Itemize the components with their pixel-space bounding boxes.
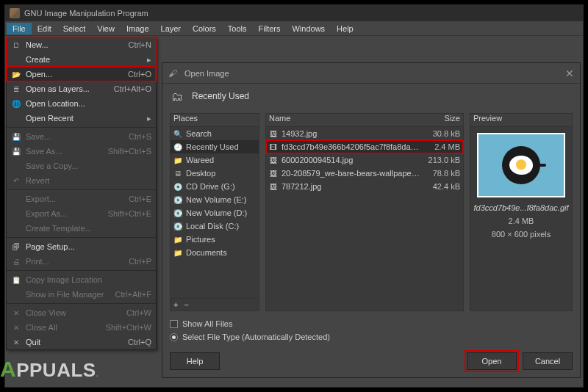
open-image-dialog: 🖌 Open Image ✕ 🗂 Recently Used Places 🔍S… [162,62,581,378]
menu-open[interactable]: 📂Open...Ctrl+O [7,67,156,81]
cancel-button[interactable]: Cancel [523,352,573,370]
places-item[interactable]: 💿CD Drive (G:) [171,180,259,193]
places-item[interactable]: 🖥Desktop [171,167,259,180]
new-icon: 🗋 [11,40,21,50]
add-place-button[interactable]: + [173,300,178,309]
name-column[interactable]: Name [266,114,423,126]
dialog-title: Open Image [184,69,229,78]
menu-save-as[interactable]: 💾Save As...Shift+Ctrl+S [7,144,156,159]
place-icon: 💽 [173,209,182,217]
open-button[interactable]: Open [467,352,517,370]
menu-tools[interactable]: Tools [222,23,253,35]
place-icon: 💿 [173,183,182,191]
remove-place-button[interactable]: − [184,300,188,309]
menu-view[interactable]: View [91,23,121,35]
places-item[interactable]: 🔍Search [171,127,259,140]
file-row[interactable]: 🖼14932.jpg30.8 kB [266,127,463,140]
preview-filename: fd3ccd7b49e...f8fa8dac.gif [470,203,572,212]
dialog-close-button[interactable]: ✕ [565,68,574,79]
places-item[interactable]: 📁Documents [171,246,259,259]
show-all-files[interactable]: Show All Files [170,317,573,330]
menu-print[interactable]: 🖨Print...Ctrl+P [7,254,156,269]
menu-save[interactable]: 💾Save...Ctrl+S [7,129,156,144]
places-item[interactable]: 📁Pictures [171,233,259,246]
menu-export-as[interactable]: Export As...Shift+Ctrl+E [7,206,156,221]
menu-create-template[interactable]: Create Template... [7,221,156,236]
place-label: Wareed [186,156,256,164]
recent-icon: 🗂 [171,90,184,102]
menu-new[interactable]: 🗋New...Ctrl+N [7,37,156,52]
file-row[interactable]: 🖼20-208579_we-bare-bears-wallpaper-fre..… [266,167,463,180]
place-label: Recently Used [186,142,256,151]
menu-open-as-layers[interactable]: ≣Open as Layers...Ctrl+Alt+O [7,81,156,96]
places-item[interactable]: 📁Wareed [171,153,259,167]
place-label: Search [186,129,256,138]
preview-thumbnail [470,127,572,203]
file-icon: 🖼 [269,130,278,138]
select-file-type[interactable]: Select File Type (Automatically Detected… [170,330,573,344]
menu-close-all[interactable]: ✕Close AllShift+Ctrl+W [7,320,156,335]
menu-image[interactable]: Image [121,23,155,35]
file-size: 2.4 MB [423,142,460,151]
app-window: GNU Image Manipulation Program File Edit… [4,4,584,388]
places-item[interactable]: 💽Local Disk (C:) [171,219,259,233]
preview-header: Preview [470,114,572,127]
menu-filters[interactable]: Filters [253,23,287,35]
file-row[interactable]: 🖼6000200094514.jpg213.0 kB [266,153,463,167]
checkbox-icon[interactable] [170,320,178,328]
menu-select[interactable]: Select [57,23,92,35]
menu-windows[interactable]: Windows [286,23,331,35]
page-icon: 🗐 [11,242,21,252]
file-row[interactable]: 🖼787212.jpg42.4 kB [266,180,463,193]
places-panel: Places 🔍Search🕘Recently Used📁Wareed🖥Desk… [170,113,259,311]
titlebar: GNU Image Manipulation Program [5,5,583,21]
size-column[interactable]: Size [423,114,463,126]
dialog-buttons: Help Open Cancel [162,348,580,377]
file-name: 787212.jpg [282,182,420,191]
places-item[interactable]: 🕘Recently Used [171,140,259,153]
separator [7,270,156,271]
menu-copy-image-location[interactable]: 📋Copy Image Location [7,272,156,287]
menu-quit[interactable]: ✕QuitCtrl+Q [7,335,156,349]
gimp-logo-icon [10,8,20,18]
menu-file[interactable]: File [7,23,32,35]
menu-create[interactable]: Create▸ [7,52,156,67]
dialog-icon: 🖌 [168,68,180,79]
menu-layer[interactable]: Layer [155,23,187,35]
menu-revert[interactable]: ↶Revert [7,173,156,188]
file-list: Name Size 🖼14932.jpg30.8 kB🎞fd3ccd7b49e3… [265,113,464,311]
menu-page-setup[interactable]: 🗐Page Setup... [7,239,156,254]
expand-icon[interactable] [170,333,178,341]
save-icon: 💾 [11,131,21,142]
place-label: CD Drive (G:) [186,182,256,191]
quit-icon: ✕ [11,337,21,347]
place-icon: 💽 [173,222,182,231]
menu-close-view[interactable]: ✕Close ViewCtrl+W [7,305,156,320]
file-size: 213.0 kB [423,156,460,164]
file-menu-dropdown: 🗋New...Ctrl+N Create▸ 📂Open...Ctrl+O ≣Op… [6,37,157,350]
file-icon: 🎞 [269,143,278,151]
separator [7,303,156,304]
file-row[interactable]: 🎞fd3ccd7b49e366b4206f5ac7f8fa8dac.gif2.4… [266,140,463,153]
dialog-body: Places 🔍Search🕘Recently Used📁Wareed🖥Desk… [162,109,580,316]
file-size: 78.8 kB [423,169,460,178]
places-item[interactable]: 💽New Volume (D:) [171,206,259,219]
menu-edit[interactable]: Edit [32,23,57,35]
places-item[interactable]: 💽New Volume (E:) [171,193,259,206]
menu-colors[interactable]: Colors [187,23,222,35]
menu-show-in-file-manager[interactable]: Show in File ManagerCtrl+Alt+F [7,287,156,302]
file-name: 14932.jpg [282,129,420,138]
place-icon: 📁 [173,249,182,257]
help-button[interactable]: Help [170,352,220,370]
close-icon: ✕ [11,322,21,333]
menu-open-location[interactable]: 🌐Open Location... [7,96,156,111]
file-name: 20-208579_we-bare-bears-wallpaper-fre... [282,169,420,178]
place-label: Desktop [186,169,256,178]
menu-help[interactable]: Help [331,23,359,35]
menu-save-copy[interactable]: Save a Copy... [7,159,156,173]
menu-open-recent[interactable]: Open Recent▸ [7,111,156,126]
menu-export[interactable]: Export...Ctrl+E [7,192,156,206]
print-icon: 🖨 [11,256,21,266]
separator [7,189,156,190]
place-label: New Volume (D:) [186,208,256,217]
